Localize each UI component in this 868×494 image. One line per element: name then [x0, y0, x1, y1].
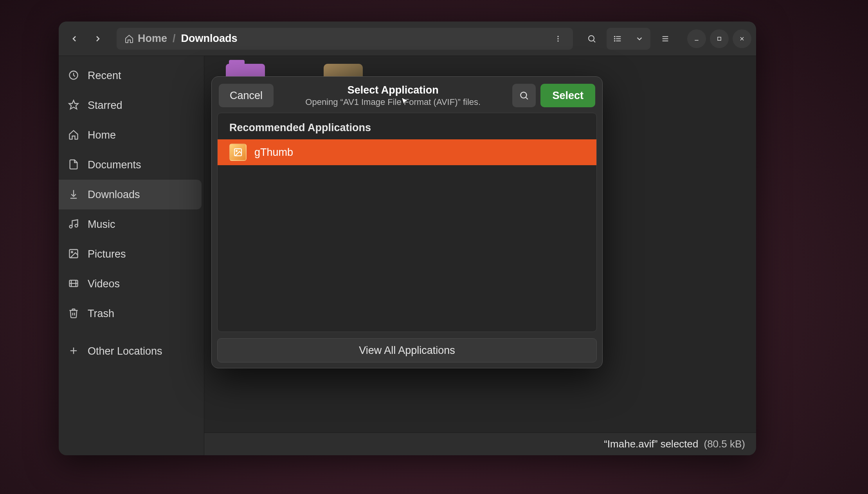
path-menu-button[interactable]	[551, 32, 565, 46]
dialog-search-button[interactable]	[512, 84, 536, 107]
close-button[interactable]	[733, 29, 751, 48]
dialog-title: Select Application	[278, 84, 508, 96]
dialog-header: Cancel Select Application Opening “AV1 I…	[217, 82, 597, 113]
picture-icon	[68, 248, 80, 260]
svg-point-1	[557, 38, 558, 39]
svg-point-0	[557, 36, 558, 37]
sidebar-item-other-locations[interactable]: Other Locations	[59, 336, 202, 366]
search-icon	[519, 90, 529, 101]
header-right-controls	[581, 28, 751, 50]
chevron-right-icon	[93, 34, 103, 43]
svg-point-33	[236, 150, 237, 151]
minimize-icon	[693, 36, 700, 42]
sidebar-item-trash[interactable]: Trash	[59, 299, 202, 328]
sidebar: Recent Starred Home Documents	[59, 56, 204, 455]
list-view-button[interactable]	[607, 28, 628, 50]
trash-icon	[68, 308, 80, 319]
breadcrumb-home[interactable]: Home	[124, 32, 167, 45]
svg-point-20	[70, 225, 72, 228]
cancel-button[interactable]: Cancel	[219, 84, 274, 107]
video-icon	[68, 278, 80, 290]
sidebar-item-label: Starred	[88, 99, 122, 112]
back-button[interactable]	[63, 28, 85, 50]
breadcrumb-separator: /	[173, 32, 176, 45]
sidebar-item-label: Other Locations	[88, 345, 162, 357]
sidebar-item-music[interactable]: Music	[59, 209, 202, 239]
view-switcher	[607, 28, 650, 50]
sidebar-item-documents[interactable]: Documents	[59, 150, 202, 180]
svg-point-2	[557, 40, 558, 41]
path-bar[interactable]: Home / Downloads	[117, 28, 573, 50]
view-options-button[interactable]	[628, 28, 650, 50]
sidebar-item-label: Music	[88, 218, 115, 231]
gthumb-app-icon	[229, 144, 247, 161]
sidebar-item-starred[interactable]: Starred	[59, 90, 202, 120]
list-icon	[613, 34, 622, 43]
svg-line-31	[526, 97, 528, 99]
svg-point-21	[75, 224, 78, 227]
hamburger-menu-button[interactable]	[654, 28, 676, 50]
sidebar-item-pictures[interactable]: Pictures	[59, 239, 202, 269]
svg-point-23	[71, 251, 73, 253]
svg-marker-19	[69, 100, 78, 109]
sidebar-item-label: Downloads	[88, 189, 140, 201]
sidebar-item-label: Videos	[88, 278, 120, 290]
select-button[interactable]: Select	[540, 84, 595, 107]
svg-line-4	[594, 40, 595, 42]
svg-point-8	[614, 36, 615, 37]
home-icon	[68, 129, 80, 141]
sidebar-item-label: Trash	[88, 308, 114, 320]
search-button[interactable]	[581, 28, 603, 50]
sidebar-item-downloads[interactable]: Downloads	[59, 180, 202, 209]
dialog-subtitle: Opening “AV1 Image File Format (AVIF)” f…	[278, 97, 508, 107]
home-icon	[124, 34, 134, 43]
sidebar-item-label: Home	[88, 129, 116, 141]
breadcrumb-home-label: Home	[138, 32, 167, 45]
dialog-app-list: Recommended Applications gThumb	[217, 113, 597, 332]
music-icon	[68, 218, 80, 230]
recommended-section-label: Recommended Applications	[218, 113, 596, 139]
chevron-down-icon	[635, 34, 644, 43]
window-controls	[687, 29, 751, 48]
app-row-name: gThumb	[254, 146, 293, 159]
svg-point-30	[521, 92, 527, 98]
plus-icon	[68, 345, 80, 357]
sidebar-item-label: Recent	[88, 70, 121, 82]
breadcrumb-current[interactable]: Downloads	[181, 32, 238, 45]
chevron-left-icon	[70, 34, 79, 43]
maximize-button[interactable]	[710, 29, 729, 48]
kebab-icon	[554, 35, 562, 43]
dialog-title-wrap: Select Application Opening “AV1 Image Fi…	[278, 84, 508, 107]
svg-point-9	[614, 38, 615, 39]
svg-rect-15	[718, 37, 721, 40]
hamburger-icon	[661, 34, 670, 43]
status-size-text: (80.5 kB)	[704, 438, 746, 450]
header-bar: Home / Downloads	[59, 22, 756, 56]
sidebar-item-label: Pictures	[88, 248, 126, 260]
status-bar: “Imahe.avif” selected (80.5 kB)	[204, 433, 756, 455]
forward-button[interactable]	[87, 28, 109, 50]
close-icon	[739, 36, 745, 42]
svg-point-10	[614, 40, 615, 41]
maximize-icon	[717, 36, 722, 41]
sidebar-item-label: Documents	[88, 159, 141, 171]
document-icon	[68, 159, 80, 171]
select-application-dialog: Cancel Select Application Opening “AV1 I…	[211, 76, 603, 368]
view-all-applications-button[interactable]: View All Applications	[217, 338, 597, 362]
app-row-gthumb[interactable]: gThumb	[218, 139, 596, 165]
sidebar-item-home[interactable]: Home	[59, 120, 202, 150]
status-selection-text: “Imahe.avif” selected	[604, 438, 698, 450]
search-icon	[587, 34, 596, 43]
download-icon	[68, 189, 80, 200]
recent-icon	[68, 70, 80, 81]
minimize-button[interactable]	[687, 29, 706, 48]
sidebar-item-recent[interactable]: Recent	[59, 61, 202, 90]
nav-button-group	[63, 28, 109, 50]
star-icon	[68, 99, 80, 111]
sidebar-item-videos[interactable]: Videos	[59, 269, 202, 299]
svg-point-3	[589, 36, 594, 41]
